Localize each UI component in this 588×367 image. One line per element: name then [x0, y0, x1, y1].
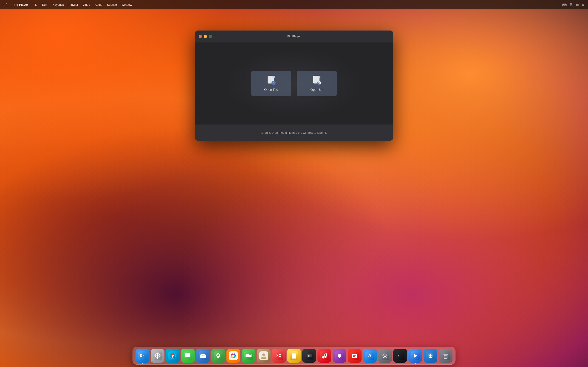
trash-icon: [441, 351, 450, 360]
music-icon: [320, 351, 329, 360]
finder-dot: [142, 363, 143, 364]
window-maximize-button[interactable]: [209, 35, 212, 38]
maps-icon: [214, 351, 223, 360]
open-url-label: Open Url: [310, 88, 323, 92]
menubar-file[interactable]: File: [30, 2, 40, 7]
menubar-app-name[interactable]: Fig Player: [11, 2, 30, 7]
dock-container: A: [132, 347, 456, 365]
svg-point-12: [143, 355, 144, 356]
terminal-icon: $ _: [396, 351, 405, 360]
dock-item-appstore[interactable]: A: [363, 349, 377, 363]
appletv-icon: [305, 351, 313, 360]
menubar-playlist[interactable]: Playlist: [66, 2, 80, 7]
safari-icon: [168, 351, 177, 360]
keyboard-icon[interactable]: ⌨: [562, 3, 567, 7]
svg-point-11: [141, 355, 142, 356]
search-icon[interactable]: 🔍: [569, 3, 573, 7]
figplayer-dot: [415, 363, 416, 364]
notes-icon: [290, 351, 298, 360]
dock-item-appletv[interactable]: [302, 349, 316, 363]
mail-icon: [199, 351, 208, 360]
drop-hint-text: Drog & Drop media file into the window t…: [261, 131, 327, 134]
svg-rect-1: [272, 76, 275, 78]
svg-point-74: [384, 355, 386, 357]
dock-item-photos[interactable]: [226, 349, 240, 363]
svg-point-28: [217, 354, 219, 356]
dock-item-news[interactable]: [348, 349, 362, 363]
figplayer-icon: [411, 351, 420, 360]
dock-item-reminders[interactable]: [272, 349, 286, 363]
controls-icon[interactable]: ⊞: [576, 3, 579, 7]
window-content[interactable]: Open File Open Url: [195, 42, 393, 125]
dock-item-systemprefs[interactable]: [378, 349, 392, 363]
window-minimize-button[interactable]: [204, 35, 207, 38]
news-icon: [350, 351, 359, 360]
svg-rect-76: [385, 357, 385, 358]
menubar-playback[interactable]: Playback: [49, 2, 66, 7]
dock: A: [132, 347, 456, 365]
menubar-window[interactable]: Window: [119, 2, 134, 7]
dock-item-safari[interactable]: [166, 349, 180, 363]
window-title: Fig Player: [287, 35, 301, 38]
launchpad-icon: [153, 351, 162, 360]
podcasts-icon: [335, 351, 344, 360]
menubar-video[interactable]: Video: [80, 2, 92, 7]
svg-text:A: A: [368, 353, 372, 358]
menubar-subtitle[interactable]: Subtitle: [105, 2, 119, 7]
svg-point-59: [324, 356, 327, 358]
open-url-button[interactable]: Open Url: [297, 71, 337, 96]
dock-item-downloader[interactable]: [424, 349, 437, 363]
svg-point-58: [322, 356, 324, 359]
facetime-icon: [244, 351, 253, 360]
window-footer: Drog & Drop media file into the window t…: [195, 125, 393, 141]
menubar-left:  Fig Player File Edit Playback Playlist…: [4, 2, 134, 8]
svg-point-43: [262, 353, 265, 356]
dock-item-figplayer[interactable]: [408, 349, 422, 363]
dock-item-mail[interactable]: [196, 349, 210, 363]
svg-rect-99: [445, 354, 447, 354]
dock-item-notes[interactable]: [287, 349, 301, 363]
dock-item-launchpad[interactable]: [151, 349, 164, 363]
open-file-icon: [267, 75, 276, 85]
svg-rect-77: [382, 356, 384, 356]
buttons-container: Open File Open Url: [251, 71, 337, 96]
open-file-label: Open File: [264, 88, 278, 92]
messages-icon: [183, 351, 192, 360]
dock-item-messages[interactable]: [181, 349, 195, 363]
svg-rect-40: [246, 354, 250, 357]
svg-rect-44: [275, 351, 283, 360]
dock-item-contacts[interactable]: [257, 349, 271, 363]
svg-rect-4: [318, 76, 320, 78]
app-window: Fig Player Open File: [195, 31, 393, 141]
dock-item-music[interactable]: [317, 349, 331, 363]
menubar-audio[interactable]: Audio: [92, 2, 104, 7]
open-file-button[interactable]: Open File: [251, 71, 291, 96]
dock-item-terminal[interactable]: $ _: [393, 349, 407, 363]
title-bar: Fig Player: [195, 31, 393, 42]
menubar-edit[interactable]: Edit: [40, 2, 49, 7]
reminders-icon: [275, 351, 283, 360]
menubar:  Fig Player File Edit Playback Playlist…: [0, 0, 588, 9]
window-close-button[interactable]: [199, 35, 202, 38]
photos-icon: [229, 351, 238, 360]
svg-rect-67: [352, 354, 357, 358]
dock-item-trash[interactable]: [439, 349, 452, 363]
svg-rect-98: [443, 354, 448, 355]
svg-rect-75: [385, 353, 385, 354]
dock-item-podcasts[interactable]: [333, 349, 346, 363]
appstore-icon: A: [365, 351, 374, 360]
window-controls: [199, 35, 212, 38]
dock-item-finder[interactable]: [136, 349, 149, 363]
svg-rect-78: [386, 356, 388, 356]
dock-item-facetime[interactable]: [242, 349, 255, 363]
contacts-icon: [259, 351, 268, 360]
stop-icon[interactable]: ⊗: [582, 3, 584, 7]
downloader-icon: [426, 351, 435, 360]
svg-point-38: [232, 355, 234, 357]
apple-menu[interactable]: : [4, 2, 10, 8]
svg-point-23: [172, 355, 173, 356]
menubar-right: ⌨ 🔍 ⊞ ⊗: [562, 3, 584, 7]
svg-text:$ _: $ _: [398, 354, 403, 357]
dock-item-maps[interactable]: [211, 349, 225, 363]
finder-icon: [138, 351, 147, 360]
